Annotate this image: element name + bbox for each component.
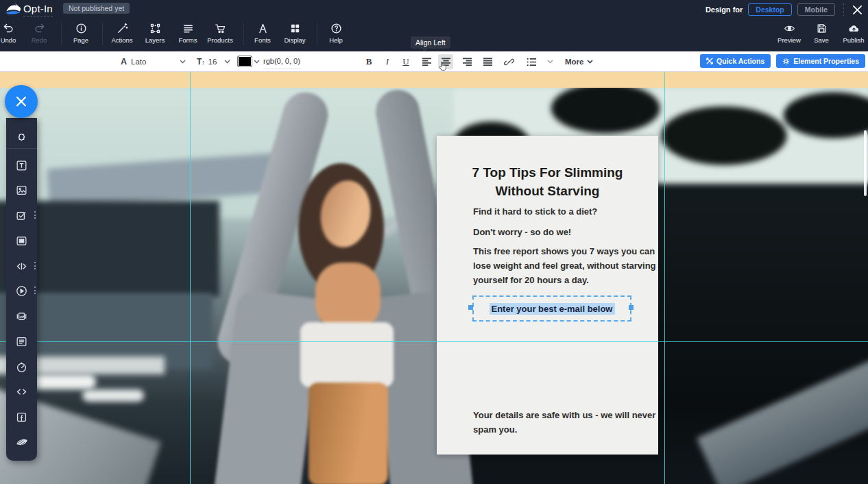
fonts-button[interactable]: Fonts — [248, 23, 278, 44]
video-element-icon[interactable] — [6, 279, 37, 302]
help-icon — [330, 23, 342, 34]
layers-button[interactable]: Layers — [140, 23, 170, 44]
hand-pointer-cursor — [437, 60, 448, 72]
redo-button[interactable]: Redo — [24, 23, 54, 44]
image-element-icon[interactable] — [6, 178, 37, 202]
more-options-dots[interactable] — [34, 262, 36, 269]
link-button[interactable] — [501, 54, 516, 69]
selected-text-element[interactable]: Enter your best e-mail below — [472, 295, 631, 322]
justify-icon — [483, 58, 493, 66]
device-mobile-button[interactable]: Mobile — [797, 3, 835, 16]
button-element-icon[interactable] — [6, 229, 37, 252]
chevron-down-icon[interactable] — [224, 60, 230, 64]
forms-button[interactable]: Forms — [173, 23, 203, 44]
spacer-element-icon[interactable] — [6, 254, 37, 278]
cloud-upload-icon — [848, 23, 860, 34]
align-right-button[interactable] — [459, 54, 474, 69]
actions-button[interactable]: Actions — [107, 23, 137, 44]
display-button[interactable]: Display — [280, 23, 310, 44]
align-right-icon — [462, 58, 472, 66]
font-size-icon: T↕ — [197, 57, 205, 66]
magic-wand-icon — [117, 23, 128, 34]
element-properties-button[interactable]: Element Properties — [776, 54, 865, 68]
chevron-down-icon[interactable] — [254, 60, 260, 64]
elements-panel — [6, 118, 37, 461]
toolbar-separator — [243, 23, 244, 45]
page-info-icon — [75, 23, 87, 34]
more-options-dots[interactable] — [34, 287, 36, 294]
bold-button[interactable]: B — [361, 54, 376, 69]
card-footer-text[interactable]: spam you. — [473, 424, 517, 435]
toolbar-separator — [61, 23, 62, 45]
quick-actions-button[interactable]: Quick Actions — [700, 54, 771, 68]
design-for-label: Design for — [706, 5, 743, 14]
top-section-band[interactable] — [0, 71, 868, 88]
page-canvas[interactable]: 7 Top Tips For Slimming Without Starving… — [0, 71, 868, 484]
help-button[interactable]: Help — [321, 23, 351, 44]
more-options-dots[interactable] — [34, 211, 36, 219]
divider — [843, 3, 844, 16]
card-paragraph[interactable]: yourself for 20 hours a day. — [473, 275, 589, 285]
text-element-icon[interactable] — [6, 154, 37, 177]
bullet-list-icon — [527, 58, 537, 66]
justify-button[interactable] — [480, 54, 495, 69]
color-value-input[interactable]: rgb(0, 0, 0) — [263, 53, 300, 69]
card-paragraph[interactable]: lose weight and feel great, without star… — [473, 261, 656, 271]
card-paragraph[interactable]: Don't worry - so do we! — [473, 227, 571, 237]
brand-logo-icon[interactable] — [6, 431, 37, 454]
close-icon[interactable] — [852, 5, 863, 15]
font-family-select[interactable]: A Lato — [121, 51, 146, 71]
chevron-down-icon[interactable] — [180, 60, 186, 64]
form-element-icon[interactable] — [6, 330, 37, 353]
redo-icon — [34, 23, 45, 34]
gallery-element-icon[interactable] — [6, 304, 37, 328]
checkbox-form-element-icon[interactable] — [6, 204, 37, 227]
photo-boat — [82, 389, 144, 402]
list-button[interactable] — [524, 54, 539, 69]
font-a-icon — [257, 23, 269, 34]
countdown-element-icon[interactable] — [6, 355, 37, 378]
rabbit-logo-icon — [4, 2, 22, 17]
list-options-dropdown[interactable] — [542, 54, 557, 69]
italic-button[interactable]: I — [380, 54, 395, 69]
blocks-puzzle-icon[interactable] — [6, 125, 37, 148]
align-left-button[interactable] — [419, 54, 434, 69]
shopping-cart-icon — [215, 23, 226, 34]
page-button[interactable]: Page — [66, 23, 96, 44]
underline-button[interactable]: U — [398, 54, 413, 69]
page-title[interactable]: Opt-In — [23, 3, 53, 16]
link-icon — [504, 57, 514, 67]
toolbar-separator — [317, 23, 317, 45]
selected-text[interactable]: Enter your best e-mail below — [490, 303, 615, 315]
save-button[interactable]: Save — [806, 23, 836, 44]
photo-white-top — [300, 322, 394, 387]
preview-button[interactable]: Preview — [774, 23, 804, 44]
quick-actions-icon — [706, 58, 713, 64]
eye-icon — [784, 23, 795, 34]
forms-list-icon — [182, 23, 194, 34]
products-button[interactable]: Products — [205, 23, 235, 44]
more-dropdown[interactable]: More — [565, 51, 593, 71]
undo-icon — [3, 23, 14, 34]
background-photo[interactable] — [0, 88, 868, 484]
close-elements-panel-button[interactable] — [5, 85, 38, 118]
card-paragraph[interactable]: This free report shows you 7 ways you ca… — [473, 246, 655, 256]
font-family-icon: A — [121, 57, 127, 66]
facebook-element-icon[interactable] — [6, 405, 37, 428]
device-desktop-button[interactable]: Desktop — [748, 3, 791, 16]
publish-button[interactable]: Publish — [839, 23, 868, 44]
layers-select-icon — [149, 23, 161, 34]
resize-handle-left[interactable] — [468, 305, 473, 310]
grid-icon — [289, 23, 301, 34]
resize-handle-right[interactable] — [629, 305, 634, 310]
card-title[interactable]: 7 Top Tips For Slimming Without Starving — [437, 163, 658, 200]
undo-button[interactable]: Undo — [0, 23, 23, 44]
card-paragraph[interactable]: Find it hard to stick to a diet? — [473, 206, 597, 217]
font-size-select[interactable]: T↕ 16 — [197, 51, 217, 71]
vertical-guide — [190, 71, 191, 484]
custom-code-element-icon[interactable] — [6, 380, 37, 403]
format-toolbar: A Lato T↕ 16 rgb(0, 0, 0) B I U — [0, 51, 868, 72]
canvas-scrollbar[interactable] — [864, 130, 867, 196]
text-color-swatch[interactable] — [237, 51, 252, 71]
card-footer-text[interactable]: Your details are safe with us - we will … — [473, 410, 655, 420]
